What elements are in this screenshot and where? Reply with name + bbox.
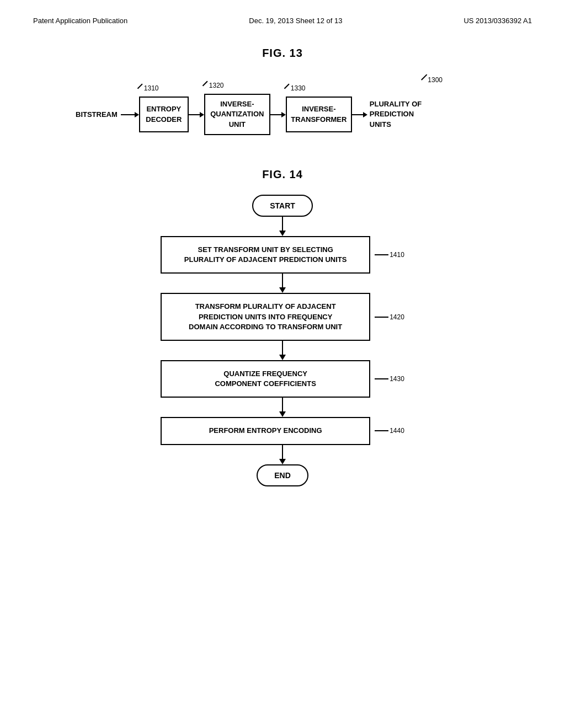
arrow-1420-1430: [279, 341, 286, 360]
header-center: Dec. 19, 2013 Sheet 12 of 13: [249, 17, 342, 25]
output-label: PLURALITY OFPREDICTIONUNITS: [370, 99, 422, 130]
ref-1420: 1420: [375, 313, 404, 321]
ref-1300-label: 1300: [428, 76, 443, 84]
ref-1330: 1330: [283, 84, 306, 92]
step-1410: SET TRANSFORM UNIT BY SELECTINGPLURALITY…: [161, 236, 370, 274]
step-1430: QUANTIZE FREQUENCYCOMPONENT COEFFICIENTS: [161, 360, 370, 398]
header-left: Patent Application Publication: [33, 17, 127, 25]
step-1440-row: PERFORM ENTROPY ENCODING 1440: [161, 417, 404, 445]
ref-1310: 1310: [136, 84, 159, 92]
start-node: START: [252, 195, 313, 217]
step-1440: PERFORM ENTROPY ENCODING: [161, 417, 370, 445]
arrow-1440-end: [279, 445, 286, 464]
fig13-diagram: BITSTREAM 1310 ENTROPYDECODER: [76, 94, 489, 135]
fig14-title: FIG. 14: [262, 168, 303, 181]
arrow-1410-1420: [279, 274, 286, 293]
page-header: Patent Application Publication Dec. 19, …: [33, 17, 532, 25]
step-1420: TRANSFORM PLURALITY OF ADJACENTPREDICTIO…: [161, 293, 370, 341]
header-right: US 2013/0336392 A1: [463, 17, 532, 25]
box-inverse-transformer: INVERSE-TRANSFORMER: [286, 97, 352, 132]
arrow-3: [270, 112, 286, 117]
ref-1300: 1300: [420, 76, 443, 84]
end-label: END: [257, 464, 308, 486]
step-1410-row: SET TRANSFORM UNIT BY SELECTINGPLURALITY…: [161, 236, 404, 274]
box-1320-text: INVERSE-QUANTIZATIONUNIT: [210, 99, 264, 130]
ref-1410: 1410: [375, 251, 404, 259]
fig14-section: FIG. 14 START SET TRANSFORM UNIT BY SELE…: [33, 168, 532, 486]
fig13-title: FIG. 13: [262, 47, 303, 60]
box-1320-wrapper: 1320 INVERSE-QUANTIZATIONUNIT: [204, 94, 270, 135]
arrow-1: [121, 112, 139, 117]
start-label: START: [252, 195, 313, 217]
box-1310-text: ENTROPYDECODER: [146, 104, 182, 124]
box-inverse-quantization: INVERSE-QUANTIZATIONUNIT: [204, 94, 270, 135]
fig13-section: FIG. 13 1300 BITSTREAM 1310: [33, 47, 532, 135]
ref-1440: 1440: [375, 427, 404, 435]
box-entropy-decoder: ENTROPYDECODER: [139, 97, 189, 132]
step-1430-row: QUANTIZE FREQUENCYCOMPONENT COEFFICIENTS…: [161, 360, 404, 398]
box-1330-wrapper: 1330 INVERSE-TRANSFORMER: [286, 97, 352, 132]
page: Patent Application Publication Dec. 19, …: [0, 0, 565, 728]
arrow-1430-1440: [279, 398, 286, 417]
bitstream-label: BITSTREAM: [76, 110, 118, 119]
end-node: END: [257, 464, 308, 486]
ref-1320: 1320: [201, 82, 224, 89]
step-1420-row: TRANSFORM PLURALITY OF ADJACENTPREDICTIO…: [161, 293, 404, 341]
arrow-2: [189, 112, 204, 117]
arrow-4: [352, 112, 367, 117]
box-1310-wrapper: 1310 ENTROPYDECODER: [139, 97, 189, 132]
box-1330-text: INVERSE-TRANSFORMER: [291, 104, 347, 124]
ref-1430: 1430: [375, 375, 404, 383]
arrow-start-1410: [279, 217, 286, 236]
